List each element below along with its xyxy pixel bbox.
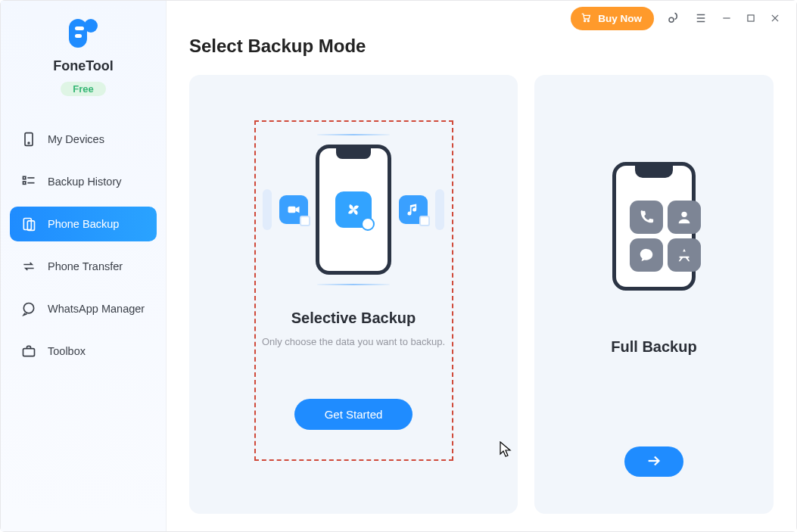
svg-rect-24 bbox=[288, 207, 296, 213]
phone-app-icon bbox=[630, 201, 663, 234]
free-badge: Free bbox=[61, 82, 105, 96]
sidebar-item-phone-backup[interactable]: Phone Backup bbox=[10, 207, 157, 241]
pill-left bbox=[263, 189, 272, 230]
menu-icon[interactable] bbox=[693, 11, 708, 26]
sidebar-item-label: Phone Backup bbox=[48, 218, 119, 230]
selective-subtitle: Only choose the data you want to backup. bbox=[262, 336, 445, 347]
svg-rect-7 bbox=[23, 182, 26, 184]
pill-right bbox=[435, 189, 444, 230]
svg-rect-11 bbox=[27, 221, 34, 231]
phone-outline-full bbox=[612, 162, 696, 291]
sidebar-item-my-devices[interactable]: My Devices bbox=[10, 122, 157, 157]
arrow-right-icon bbox=[646, 453, 662, 471]
svg-point-16 bbox=[669, 17, 674, 22]
svg-rect-0 bbox=[69, 19, 87, 48]
sidebar-item-label: WhatsApp Manager bbox=[48, 303, 145, 315]
full-title: Full Backup bbox=[611, 338, 696, 356]
appstore-app-icon bbox=[668, 238, 701, 272]
sidebar-item-backup-history[interactable]: Backup History bbox=[10, 164, 157, 199]
card-selective-backup[interactable]: Selective Backup Only choose the data yo… bbox=[189, 75, 518, 514]
list-icon bbox=[20, 173, 37, 190]
buy-now-label: Buy Now bbox=[598, 13, 642, 24]
svg-rect-1 bbox=[84, 19, 98, 33]
toolbox-icon bbox=[20, 343, 37, 359]
close-icon[interactable] bbox=[769, 12, 781, 24]
app-grid bbox=[630, 201, 701, 272]
brand-block: FoneTool Free bbox=[53, 17, 114, 96]
svg-rect-6 bbox=[23, 176, 26, 179]
cart-icon bbox=[580, 11, 592, 26]
buy-now-button[interactable]: Buy Now bbox=[571, 7, 654, 30]
svg-point-5 bbox=[28, 142, 30, 144]
sidebar-item-whatsapp-manager[interactable]: WhatsApp Manager bbox=[10, 291, 157, 326]
svg-rect-3 bbox=[75, 34, 82, 38]
backup-icon bbox=[20, 216, 37, 232]
brand-name: FoneTool bbox=[53, 58, 114, 74]
titlebar: Buy Now bbox=[571, 1, 796, 36]
full-backup-arrow-button[interactable] bbox=[624, 446, 683, 477]
phone-outline bbox=[316, 145, 391, 275]
flow-line-bottom bbox=[317, 284, 390, 285]
svg-point-15 bbox=[588, 20, 590, 21]
svg-point-12 bbox=[23, 303, 33, 313]
sidebar-nav: My Devices Backup History Phone Backup P… bbox=[1, 122, 166, 369]
brand-logo-icon bbox=[67, 17, 99, 49]
svg-rect-2 bbox=[75, 26, 84, 30]
message-app-icon bbox=[630, 238, 663, 272]
main-area: Buy Now Select Backup Mode bbox=[167, 1, 796, 531]
svg-point-25 bbox=[681, 212, 686, 217]
maximize-icon[interactable] bbox=[745, 12, 757, 24]
cards-row: Selective Backup Only choose the data yo… bbox=[189, 75, 774, 514]
device-icon bbox=[20, 131, 37, 148]
transfer-icon bbox=[20, 258, 37, 275]
contact-app-icon bbox=[668, 201, 701, 234]
content: Select Backup Mode bbox=[167, 1, 796, 527]
full-illustration bbox=[612, 151, 696, 302]
sidebar-item-label: Toolbox bbox=[48, 345, 86, 357]
page-title: Select Backup Mode bbox=[189, 36, 774, 57]
minimize-icon[interactable] bbox=[721, 12, 733, 24]
app-window: FoneTool Free My Devices Backup History bbox=[0, 0, 797, 532]
selective-illustration bbox=[263, 134, 444, 285]
sidebar-item-phone-transfer[interactable]: Phone Transfer bbox=[10, 249, 157, 284]
svg-rect-13 bbox=[23, 349, 35, 356]
fan-icon bbox=[335, 191, 372, 228]
chat-icon bbox=[20, 300, 37, 317]
sidebar-item-toolbox[interactable]: Toolbox bbox=[10, 334, 157, 369]
flow-line-top bbox=[317, 134, 390, 135]
sidebar-item-label: Backup History bbox=[48, 176, 122, 188]
music-icon bbox=[399, 195, 428, 224]
video-icon bbox=[279, 195, 308, 224]
sidebar-item-label: My Devices bbox=[48, 133, 104, 145]
svg-point-14 bbox=[584, 20, 586, 21]
link-icon[interactable] bbox=[666, 11, 681, 26]
get-started-button[interactable]: Get Started bbox=[294, 399, 413, 430]
card-full-backup[interactable]: Full Backup bbox=[534, 75, 774, 514]
sidebar-item-label: Phone Transfer bbox=[48, 260, 123, 272]
svg-rect-21 bbox=[748, 15, 754, 21]
selective-title: Selective Backup bbox=[291, 310, 416, 327]
sidebar: FoneTool Free My Devices Backup History bbox=[1, 1, 167, 531]
